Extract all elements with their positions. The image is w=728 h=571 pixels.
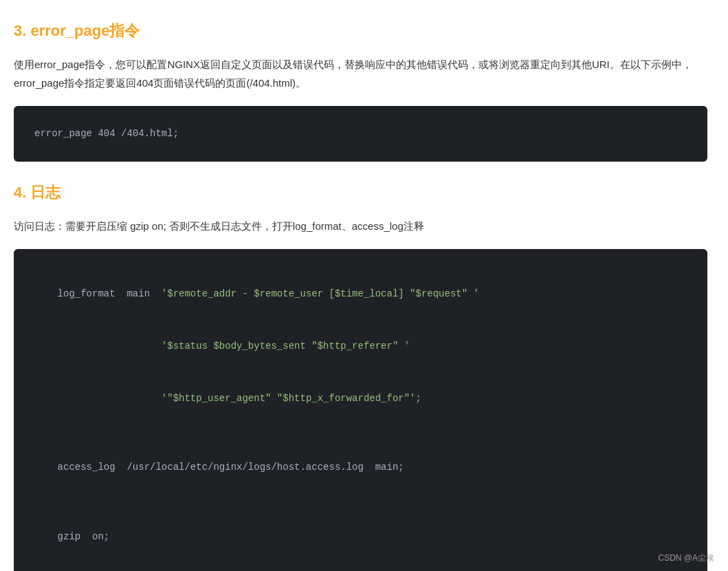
section3-code-line: error_page 404 /404.html; [34, 125, 687, 142]
section4-description: 访问日志：需要开启压缩 gzip on; 否则不生成日志文件，打开log_for… [14, 217, 707, 235]
watermark: CSDN @A尘埃 [658, 552, 714, 564]
code-line-2: '$status $body_bytes_sent "$http_referer… [34, 321, 687, 373]
section3-code-block: error_page 404 /404.html; [14, 106, 707, 162]
section3-description: 使用error_page指令，您可以配置NGINX返回自定义页面以及错误代码，替… [14, 55, 707, 92]
section4-title: 4. 日志 [14, 182, 707, 203]
code-line-blank2 [34, 494, 687, 511]
section3-title: 3. error_page指令 [14, 21, 707, 41]
code-line-blank1 [34, 424, 687, 442]
code-line-7: gzip on; [34, 511, 687, 563]
code-line-3: '"$http_user_agent" "$http_x_forwarded_f… [34, 372, 687, 424]
code-line-1: log_format main '$remote_addr - $remote_… [34, 268, 687, 321]
section4-code-block: log_format main '$remote_addr - $remote_… [14, 249, 707, 571]
code-line-5: access_log /usr/local/etc/nginx/logs/hos… [34, 442, 687, 494]
